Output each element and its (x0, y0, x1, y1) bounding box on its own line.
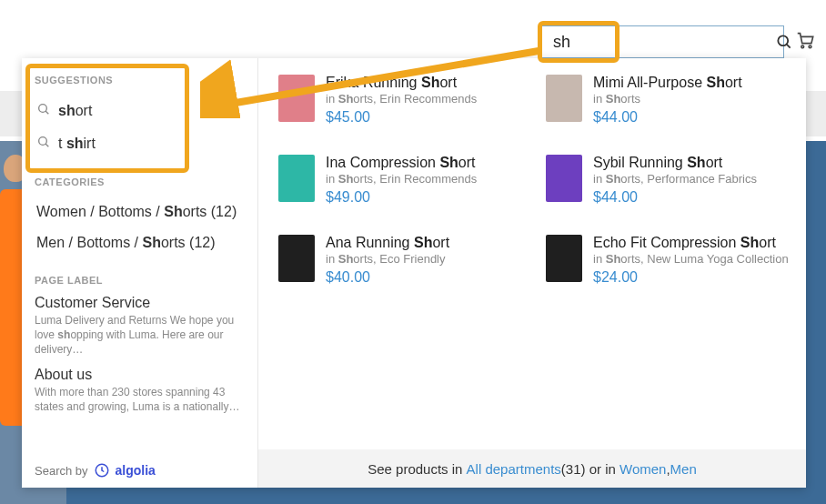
product-name: Echo Fit Compression Short (593, 235, 789, 251)
product-result[interactable]: Erika Running Short in Shorts, Erin Reco… (278, 75, 529, 155)
product-name: Ina Compression Short (326, 155, 477, 171)
category-men-shorts[interactable]: Men / Bottoms / Shorts (12) (35, 227, 245, 258)
search-input[interactable] (542, 29, 775, 55)
search-icon[interactable] (775, 33, 793, 51)
product-price: $45.00 (326, 109, 477, 126)
link-all-departments[interactable]: All departments (467, 461, 561, 477)
link-women[interactable]: Women (620, 461, 666, 477)
product-result[interactable]: Echo Fit Compression Short in Shorts, Ne… (546, 235, 797, 315)
page-about-us[interactable]: About us With more than 230 stores spann… (35, 367, 245, 414)
product-thumb (546, 75, 582, 122)
product-result[interactable]: Ina Compression Short in Shorts, Erin Re… (278, 155, 529, 235)
product-name: Sybil Running Short (593, 155, 757, 171)
search-icon (36, 102, 51, 120)
product-thumb (278, 75, 315, 122)
page-snippet: Luma Delivery and Returns We hope you lo… (35, 313, 245, 358)
categories-heading: CATEGORIES (35, 176, 245, 187)
svg-point-2 (801, 45, 804, 48)
svg-point-0 (778, 35, 788, 45)
product-category: in Shorts, Erin Recommends (326, 92, 477, 106)
product-thumb (546, 235, 582, 282)
product-result[interactable]: Mimi All-Purpose Short in Shorts $44.00 (546, 75, 797, 155)
product-thumb (546, 155, 582, 202)
page-snippet: With more than 230 stores spanning 43 st… (35, 385, 245, 414)
product-name: Erika Running Short (326, 75, 477, 91)
product-category: in Shorts, Erin Recommends (326, 172, 477, 186)
svg-line-1 (787, 45, 791, 48)
search-icon (36, 135, 51, 153)
product-price: $24.00 (593, 269, 789, 286)
product-price: $40.00 (326, 269, 449, 286)
product-thumb (278, 155, 315, 202)
category-women-shorts[interactable]: Women / Bottoms / Shorts (12) (35, 197, 245, 227)
product-category: in Shorts, New Luma Yoga Collection (593, 252, 789, 266)
page-title: Customer Service (35, 295, 245, 311)
product-price: $44.00 (593, 109, 742, 126)
search-by-algolia[interactable]: Search by algolia (35, 462, 245, 479)
product-name: Ana Running Short (326, 235, 449, 251)
cart-icon[interactable] (795, 30, 815, 54)
product-category: in Shorts (593, 92, 742, 106)
suggestion-label: t shirt (58, 136, 96, 152)
product-category: in Shorts, Performance Fabrics (593, 172, 757, 186)
product-price: $44.00 (593, 189, 757, 206)
link-men[interactable]: Men (670, 461, 697, 477)
product-category: in Shorts, Eco Friendly (326, 252, 449, 266)
svg-point-3 (809, 45, 811, 48)
algolia-icon (94, 462, 110, 479)
search-by-label: Search by (35, 464, 88, 478)
suggestion-item-short[interactable]: short (35, 95, 245, 127)
algolia-brand: algolia (116, 463, 156, 478)
page-customer-service[interactable]: Customer Service Luma Delivery and Retur… (35, 295, 245, 358)
suggestions-heading: SUGGESTIONS (35, 75, 245, 86)
page-title: About us (35, 367, 245, 383)
search-bar[interactable] (541, 25, 784, 58)
autocomplete-panel: SUGGESTIONS short t shirt CATEGORIES Wom… (22, 58, 806, 488)
product-result[interactable]: Ana Running Short in Shorts, Eco Friendl… (278, 235, 529, 315)
svg-line-5 (45, 111, 48, 114)
product-price: $49.00 (326, 189, 477, 206)
suggestion-item-t-shirt[interactable]: t shirt (35, 127, 245, 160)
product-thumb (278, 235, 315, 282)
product-result[interactable]: Sybil Running Short in Shorts, Performan… (546, 155, 797, 235)
autocomplete-sidebar: SUGGESTIONS short t shirt CATEGORIES Wom… (22, 58, 258, 488)
results-footer: See products in All departments (31) or … (258, 449, 806, 488)
page-label-heading: PAGE LABEL (35, 275, 245, 286)
svg-line-7 (45, 144, 48, 146)
suggestion-label: short (58, 103, 92, 119)
product-name: Mimi All-Purpose Short (593, 75, 742, 91)
product-grid: Erika Running Short in Shorts, Erin Reco… (258, 58, 806, 449)
autocomplete-results: Erika Running Short in Shorts, Erin Reco… (258, 58, 806, 488)
